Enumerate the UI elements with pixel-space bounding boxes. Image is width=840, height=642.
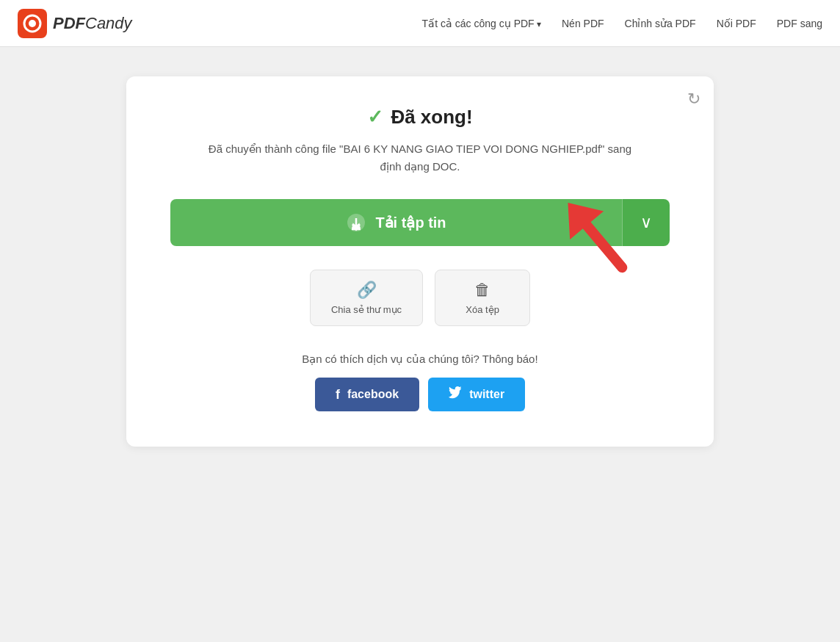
twitter-button[interactable]: twitter bbox=[428, 378, 525, 411]
refresh-icon[interactable]: ↻ bbox=[687, 90, 700, 109]
success-description: Đã chuyển thành công file "BAI 6 KY NANG… bbox=[170, 140, 670, 176]
nav-compress[interactable]: Nén PDF bbox=[562, 18, 604, 29]
twitter-icon bbox=[449, 386, 462, 403]
navbar: PDFCandy Tất cả các công cụ PDF Nén PDF … bbox=[0, 0, 840, 47]
logo[interactable]: PDFCandy bbox=[18, 9, 132, 38]
facebook-icon: f bbox=[336, 387, 340, 403]
check-icon: ✓ bbox=[367, 106, 383, 129]
result-card: ↻ ✓ Đã xong! Đã chuyển thành công file "… bbox=[126, 76, 714, 447]
logo-icon bbox=[18, 9, 47, 38]
trash-icon: 🗑 bbox=[474, 281, 490, 300]
share-prompt-text: Bạn có thích dịch vụ của chúng tôi? Thôn… bbox=[170, 353, 670, 366]
nav-merge[interactable]: Nối PDF bbox=[717, 18, 756, 29]
download-icon bbox=[346, 212, 366, 233]
facebook-button[interactable]: f facebook bbox=[315, 378, 419, 411]
share-folder-button[interactable]: 🔗 Chia sẻ thư mục bbox=[310, 270, 423, 326]
download-dropdown-button[interactable]: ∨ bbox=[622, 199, 670, 246]
logo-text: PDFCandy bbox=[53, 14, 132, 33]
download-main-button[interactable]: Tải tập tin bbox=[170, 199, 622, 246]
action-buttons: 🔗 Chia sẻ thư mục 🗑 Xóa tệp bbox=[170, 270, 670, 326]
nav-links: Tất cả các công cụ PDF Nén PDF Chỉnh sửa… bbox=[422, 18, 822, 29]
delete-file-button[interactable]: 🗑 Xóa tệp bbox=[435, 270, 530, 326]
nav-all-tools[interactable]: Tất cả các công cụ PDF bbox=[422, 18, 541, 29]
svg-point-1 bbox=[29, 20, 36, 27]
nav-edit[interactable]: Chỉnh sửa PDF bbox=[625, 18, 696, 29]
chevron-down-icon: ∨ bbox=[640, 213, 652, 231]
social-buttons: f facebook twitter bbox=[170, 378, 670, 411]
download-row: Tải tập tin ∨ bbox=[170, 199, 670, 246]
share-section: Bạn có thích dịch vụ của chúng tôi? Thôn… bbox=[170, 353, 670, 411]
success-title: ✓ Đã xong! bbox=[170, 106, 670, 129]
link-icon: 🔗 bbox=[357, 281, 377, 300]
nav-convert[interactable]: PDF sang bbox=[777, 18, 822, 29]
main-content: ↻ ✓ Đã xong! Đã chuyển thành công file "… bbox=[0, 47, 840, 476]
